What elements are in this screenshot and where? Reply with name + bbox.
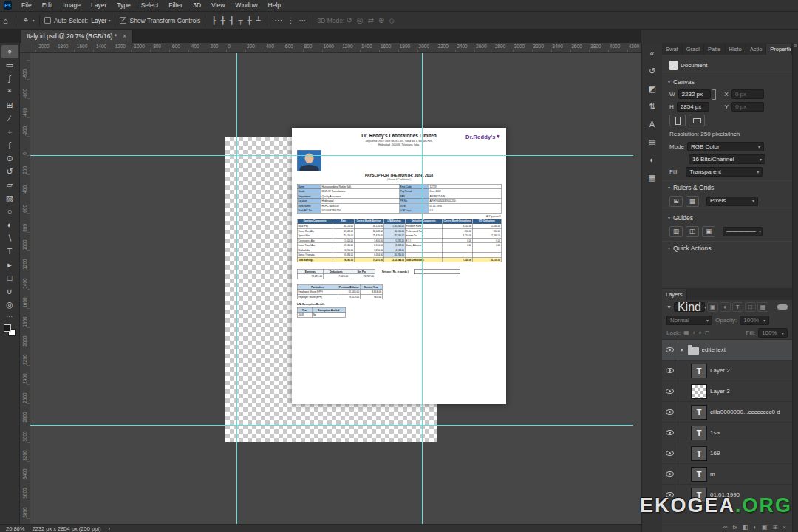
smart-object-filter-icon[interactable]: ▦ [757,302,768,312]
vertical-guide[interactable] [422,53,423,524]
pen-tool[interactable]: ∖ [1,231,18,245]
delete-layer-icon[interactable]: × [782,524,786,531]
align-horizontal-centers-icon[interactable]: ╂ [219,16,226,24]
active-tool-icon[interactable]: ⌖ [21,16,31,25]
tab-properties[interactable]: Properties [766,44,792,55]
brush-tool[interactable]: ∫ [1,138,18,151]
path-selection-tool[interactable]: ▸ [1,258,18,271]
height-field[interactable]: 2854 px [677,102,709,112]
panel-tab[interactable]: Swat [662,44,683,55]
character-icon[interactable]: A [644,115,661,133]
toggle-rulers-button[interactable]: ⊞ [669,196,683,207]
type-tool[interactable]: T [1,245,18,258]
layer-row[interactable]: ▾ m [662,464,792,485]
layer-effects-icon[interactable]: fx [732,524,737,531]
eyedropper-tool[interactable]: ∕ [1,112,18,125]
show-transform-checkbox[interactable]: ✓ [120,17,126,24]
adjustment-layer-icon[interactable]: ◐ [753,524,757,531]
layer-visibility-toggle[interactable] [662,443,678,463]
status-chevron-icon[interactable]: › [108,525,110,532]
home-icon[interactable]: ⌂ [0,16,11,25]
tool-preset-caret-icon[interactable]: ▾ [33,18,35,23]
fill-select[interactable]: 100%▾ [758,328,788,338]
move-tool[interactable]: ⌖ [1,45,18,58]
menu-item[interactable]: 3D [188,0,206,11]
opacity-select[interactable]: 100%▾ [740,316,769,325]
color-icon[interactable]: ◩ [644,80,661,98]
document-tab[interactable]: Italy id.psd @ 20.7% (RGB/16) * × [21,30,133,43]
panel-tab[interactable]: Patte [704,44,726,55]
tab-layers[interactable]: Layers [662,289,687,300]
section-guides[interactable]: Guides [673,214,693,222]
x-field[interactable]: 0 px [732,89,764,99]
pixel-filter-icon[interactable]: ▣ [707,302,718,312]
ruler-origin-corner[interactable] [20,43,30,53]
layer-row[interactable]: ▾ Layer 2 [662,361,792,381]
close-icon[interactable]: × [123,33,126,40]
lock-pixels-icon[interactable]: + [692,330,696,337]
libraries-icon[interactable]: ▦ [644,168,661,186]
lock-position-icon[interactable]: ⌖ [698,330,702,337]
eraser-tool[interactable]: ▱ [1,178,18,191]
menu-item[interactable]: File [16,0,37,11]
clear-guides-button[interactable]: ▣ [702,226,715,237]
layer-visibility-toggle[interactable] [662,381,678,401]
portrait-orientation-button[interactable] [669,115,686,126]
y-field[interactable]: 0 px [732,102,764,112]
align-vertical-centers-icon[interactable]: ╋ [246,16,253,24]
menu-item[interactable]: Help [263,0,286,11]
adjustments-icon[interactable]: ◐ [644,151,661,168]
canvas-viewport[interactable]: Dr. Reddy's Laboratories Limited Registe… [30,53,641,524]
panel-tab[interactable]: Actio [746,44,767,55]
toggle-grid-button[interactable]: ▦ [686,196,699,207]
layer-filter-toggle[interactable] [777,304,788,310]
lock-transparency-icon[interactable]: ▦ [683,330,689,337]
layer-visibility-toggle[interactable] [662,464,678,484]
collapse-panels-icon[interactable]: « [644,44,661,62]
zoom-tool[interactable]: ◎ [1,298,18,311]
layer-filter-kind-select[interactable]: Kind▾ [674,302,705,312]
more-options-icon[interactable]: ⋯ [272,16,286,25]
layer-row[interactable]: ▾ edite text [662,340,792,361]
lock-guides-button[interactable]: ◫ [686,226,699,237]
shape-filter-icon[interactable]: □ [745,302,756,312]
layer-visibility-toggle[interactable] [662,340,678,360]
align-top-edges-icon[interactable]: ┯ [236,16,244,24]
distribute-horizontal-icon[interactable]: ⋯ [298,16,308,24]
hand-tool[interactable]: ∪ [1,284,18,298]
layer-row[interactable]: ▾ cilla0000000...cccccccc0 d [662,402,792,423]
paragraph-icon[interactable]: ▤ [644,133,661,151]
color-mode-select[interactable]: RGB Color▾ [687,142,764,151]
menu-item[interactable]: Filter [163,0,188,11]
section-quick-actions[interactable]: Quick Actions [673,245,712,252]
export-icon[interactable]: ⇅ [644,98,661,115]
section-canvas[interactable]: Canvas [673,78,695,86]
section-rulers-grids[interactable]: Rulers & Grids [673,184,714,191]
menu-item[interactable]: Edit [37,0,58,11]
history-brush-tool[interactable]: ↺ [1,165,18,178]
type-filter-icon[interactable]: T [732,302,743,312]
vertical-guide[interactable] [236,53,237,524]
link-dimensions-icon[interactable] [712,89,716,100]
ruler-units-select[interactable]: Pixels▾ [706,197,758,206]
horizontal-guide[interactable] [30,155,633,156]
history-icon[interactable]: ↺ [644,62,661,80]
layer-row[interactable]: ▾ 169 [662,443,792,464]
shape-tool[interactable]: □ [1,271,18,284]
quick-selection-tool[interactable]: ＊ [1,85,18,98]
auto-select-checkbox[interactable] [44,17,51,24]
edit-toolbar-icon[interactable]: ⋯ [6,313,13,321]
lasso-tool[interactable]: ʃ [1,72,18,85]
zoom-level[interactable]: 20.86% [6,525,24,532]
healing-brush-tool[interactable]: ＋ [1,125,18,138]
toggle-guides-button[interactable]: ▥ [669,226,683,237]
canvas-fill-select[interactable]: Transparent▾ [686,167,763,177]
horizontal-ruler[interactable]: -2000-1800-1600-1400-1200-1000-800-600-4… [30,43,641,53]
dodge-tool[interactable]: ◐ [1,218,18,231]
new-layer-icon[interactable]: ⊞ [773,524,778,531]
layer-visibility-toggle[interactable] [662,402,678,422]
auto-select-target-select[interactable]: Layer ▾ [91,17,110,24]
menu-item[interactable]: Select [136,0,164,11]
layer-row[interactable]: ▾ 1sa [662,423,792,443]
lock-all-icon[interactable]: ◻ [705,330,710,337]
